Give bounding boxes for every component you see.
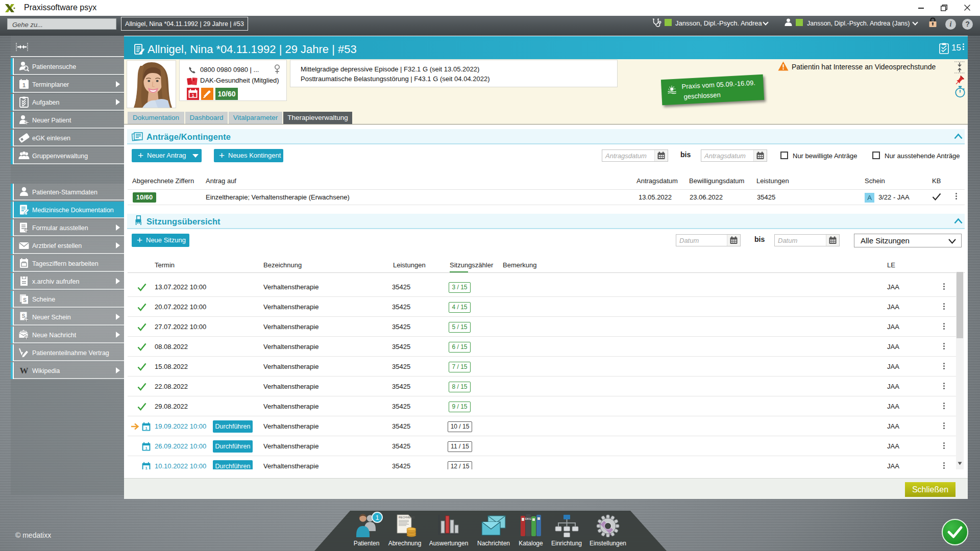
svg-text:RECHNUNG: RECHNUNG — [399, 516, 415, 519]
svg-text:1: 1 — [145, 446, 147, 450]
svg-text:S: S — [23, 297, 27, 303]
svg-text:1: 1 — [192, 93, 194, 98]
svg-text:1: 1 — [145, 466, 147, 469]
svg-text:S: S — [22, 313, 26, 319]
svg-text:W: W — [20, 366, 29, 375]
svg-text:DKG: DKG — [525, 517, 531, 520]
svg-text:1: 1 — [22, 82, 26, 88]
svg-text:1: 1 — [145, 426, 147, 431]
